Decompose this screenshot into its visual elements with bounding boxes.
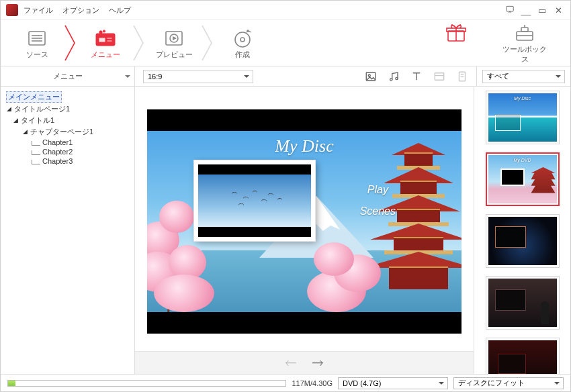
svg-rect-30	[435, 72, 444, 80]
template-item[interactable]	[486, 276, 560, 330]
tree-chapter[interactable]: Chapter1	[3, 138, 132, 147]
step-source-label: ソース	[10, 50, 64, 60]
svg-rect-9	[107, 38, 112, 39]
close-button[interactable]: ✕	[552, 5, 565, 15]
svg-point-29	[396, 77, 398, 79]
svg-point-21	[459, 24, 461, 26]
template-list[interactable]: My Disc My DVD	[474, 87, 570, 375]
disc-title-text[interactable]: My Disc	[275, 136, 333, 156]
app-logo-icon	[6, 4, 18, 16]
svg-rect-10	[107, 40, 112, 42]
step-preview-label: プレビュー	[147, 50, 201, 60]
svg-point-7	[103, 30, 105, 32]
template-item[interactable]: My DVD	[486, 152, 560, 206]
step-create-label: 作成	[216, 50, 269, 60]
giftbox-button[interactable]	[432, 21, 480, 64]
menu-thumbnail[interactable]	[194, 160, 315, 241]
step-menu-label: メニュー	[79, 50, 132, 60]
sub-toolbar: メニュー	[1, 66, 570, 87]
svg-rect-8	[99, 38, 105, 42]
next-page-button[interactable]: 🡒	[312, 356, 324, 371]
page-tool-icon	[456, 70, 468, 83]
step-source[interactable]: ソース	[10, 27, 64, 60]
feedback-icon[interactable]	[503, 5, 517, 16]
toolbox-button[interactable]: ツールボックス	[500, 21, 549, 64]
tree-title[interactable]: ◢タイトル1	[3, 115, 132, 126]
music-tool-icon[interactable]	[388, 70, 400, 83]
disc-play-link[interactable]: Play	[360, 185, 396, 195]
svg-point-16	[247, 30, 249, 32]
step-create[interactable]: 作成	[216, 27, 269, 60]
aspect-ratio-select[interactable]	[143, 70, 253, 83]
step-nav: ソース メニュー プレビュー 作成 ツールボックス	[1, 19, 570, 66]
fit-select[interactable]	[453, 377, 564, 389]
template-item[interactable]	[486, 338, 560, 375]
disc-usage-text: 117M/4.30G	[292, 379, 333, 387]
tree-chapter-page[interactable]: ◢チャプターページ1	[3, 126, 132, 138]
template-item[interactable]: My Disc	[486, 91, 560, 144]
page-navigator: 🡐 🡒	[135, 351, 474, 375]
text-tool-icon[interactable]	[410, 70, 423, 83]
status-bar: 117M/4.30G	[1, 374, 570, 391]
menu-type-label: メニュー	[53, 71, 83, 81]
svg-point-20	[451, 24, 453, 26]
menu-file[interactable]: ファイル	[24, 5, 53, 15]
menu-canvas[interactable]: My Disc Play Scenes	[147, 109, 462, 334]
svg-marker-13	[173, 36, 177, 40]
menu-type-dropdown[interactable]: メニュー	[1, 66, 135, 86]
tree-chapter[interactable]: Chapter3	[3, 156, 132, 166]
chapter-tool-icon	[433, 70, 445, 83]
disc-type-select[interactable]	[338, 377, 448, 389]
step-menu[interactable]: メニュー	[79, 27, 132, 60]
svg-point-28	[390, 78, 392, 80]
tree-main-menu[interactable]: メインメニュー	[3, 91, 132, 103]
template-item[interactable]	[486, 214, 560, 268]
toolbox-label: ツールボックス	[500, 44, 549, 64]
svg-point-27	[368, 75, 370, 77]
svg-point-15	[240, 38, 245, 42]
step-preview[interactable]: プレビュー	[147, 27, 201, 60]
disc-scenes-link[interactable]: Scenes	[360, 206, 396, 217]
svg-point-6	[99, 30, 102, 33]
svg-rect-0	[507, 6, 514, 11]
tree-chapter[interactable]: Chapter2	[3, 147, 132, 156]
disc-usage-bar	[7, 380, 286, 387]
minimize-button[interactable]: __	[519, 5, 533, 15]
menu-help[interactable]: ヘルプ	[109, 5, 131, 15]
main-area: メインメニュー ◢タイトルページ1 ◢タイトル1 ◢チャプターページ1 Chap…	[1, 87, 570, 375]
disc-menu-links[interactable]: Play Scenes	[360, 185, 396, 228]
template-filter-select[interactable]	[482, 70, 565, 83]
image-tool-icon[interactable]	[365, 70, 377, 83]
svg-point-14	[235, 32, 250, 47]
menu-option[interactable]: オプション	[62, 5, 99, 15]
maximize-button[interactable]: ▭	[535, 5, 549, 15]
prev-page-button[interactable]: 🡐	[285, 356, 297, 371]
titlebar: ファイル オプション ヘルプ __ ▭ ✕	[1, 1, 570, 19]
svg-rect-23	[521, 28, 528, 32]
menu-editor: My Disc Play Scenes	[135, 87, 474, 375]
menu-tree[interactable]: メインメニュー ◢タイトルページ1 ◢タイトル1 ◢チャプターページ1 Chap…	[1, 87, 135, 375]
tree-title-page[interactable]: ◢タイトルページ1	[3, 103, 132, 115]
